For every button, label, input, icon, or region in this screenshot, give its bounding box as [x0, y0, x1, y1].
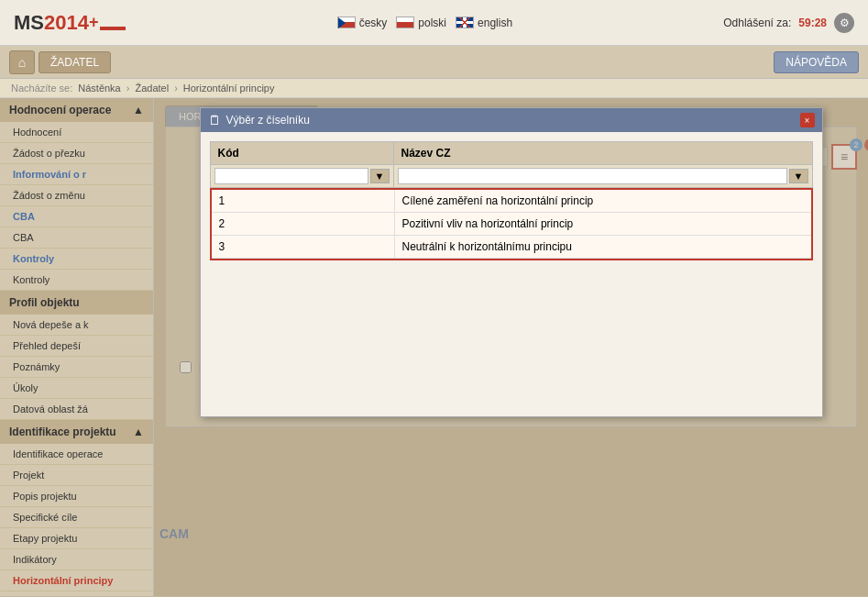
language-bar: česky polski english: [337, 17, 512, 29]
filter-nazev-button[interactable]: ▼: [789, 169, 808, 183]
modal-icon: 🗒: [208, 113, 221, 127]
table-row[interactable]: 2 Pozitivní vliv na horizontální princip: [212, 213, 811, 236]
modal-dialog: 🗒 Výběr z číselníku × Kód Název CZ: [200, 107, 823, 417]
data-table-rows: 1 Cílené zaměření na horizontální princi…: [210, 188, 813, 260]
sidebar-item-indikatory[interactable]: Indikátory: [0, 549, 153, 570]
modal-body: Kód Název CZ ▼: [201, 132, 822, 416]
modal-empty-space: [210, 260, 813, 407]
breadcrumb: Nacházíte se: Nástěnka › Žadatel › Horiz…: [0, 79, 868, 98]
sidebar-item-nova-depese[interactable]: Nová depeše a k: [0, 315, 153, 336]
sidebar-section-profil[interactable]: Profil objektu: [0, 291, 153, 315]
col-nazev: Název CZ: [393, 142, 812, 165]
filter-nazev-input[interactable]: [398, 168, 787, 184]
lang-pl[interactable]: polski: [396, 17, 446, 29]
sidebar-item-zadost-zmenu[interactable]: Žádost o změnu: [0, 185, 153, 206]
logo: MS 2014 +: [14, 11, 126, 35]
sidebar-item-hodnoceni[interactable]: Hodnocení: [0, 122, 153, 143]
filter-kod-input[interactable]: [214, 168, 368, 184]
sidebar-item-ukoly[interactable]: Úkoly: [0, 378, 153, 399]
col-kod: Kód: [210, 142, 393, 165]
flag-cz: [337, 17, 356, 28]
sidebar-item-cba-bold[interactable]: CBA: [0, 206, 153, 227]
sidebar-item-identifikace-operace[interactable]: Identifikace operace: [0, 444, 153, 465]
zadatel-button[interactable]: ŽADATEL: [38, 51, 111, 73]
lang-en[interactable]: english: [456, 17, 512, 29]
home-button[interactable]: ⌂: [9, 50, 35, 74]
timer-area: Odhlášení za: 59:28 ⚙: [723, 13, 854, 33]
modal-overlay: 🗒 Výběr z číselníku × Kód Název CZ: [154, 98, 868, 596]
main-layout: Hodnocení operace ▲ Hodnocení Žádost o p…: [0, 98, 868, 596]
sidebar-item-horizontalni-principy[interactable]: Horizontální principy: [0, 570, 153, 591]
sidebar-item-informovani[interactable]: Informování o r: [0, 164, 153, 185]
sidebar-item-prehled-depesi[interactable]: Přehled depeší: [0, 336, 153, 357]
sidebar-section-identifikace[interactable]: Identifikace projektu ▲: [0, 420, 153, 444]
modal-close-button[interactable]: ×: [800, 113, 815, 127]
lang-cs[interactable]: česky: [337, 17, 388, 29]
napoveda-button[interactable]: NÁPOVĚDA: [774, 51, 859, 73]
flag-gb: [456, 17, 474, 28]
cell-kod-2: 2: [212, 213, 395, 235]
content-area: HORIZONTÁLNÍ PRINCIPY Projekt zaměřen na…: [154, 98, 868, 596]
modal-titlebar: 🗒 Výběr z číselníku ×: [201, 108, 822, 132]
sidebar-item-specificke-cile[interactable]: Specifické cíle: [0, 507, 153, 528]
sidebar-item-kontroly-bold[interactable]: Kontroly: [0, 249, 153, 270]
modal-table: Kód Název CZ ▼: [210, 141, 813, 188]
nav-bar: ⌂ ŽADATEL NÁPOVĚDA: [0, 46, 868, 79]
filter-row: ▼ ▼: [210, 165, 812, 188]
sidebar-item-projekt[interactable]: Projekt: [0, 465, 153, 486]
cell-kod-3: 3: [212, 236, 395, 258]
sidebar-item-poznamky[interactable]: Poznámky: [0, 357, 153, 378]
sidebar-item-datova-oblast[interactable]: Datová oblast žá: [0, 399, 153, 420]
sidebar-item-zadost-prezkum[interactable]: Žádost o přezku: [0, 143, 153, 164]
sidebar-item-kontroly[interactable]: Kontroly: [0, 270, 153, 291]
settings-icon[interactable]: ⚙: [834, 13, 854, 33]
timer-value: 59:28: [798, 17, 827, 29]
cell-kod-1: 1: [212, 190, 395, 212]
sidebar-section-hodnoceni[interactable]: Hodnocení operace ▲: [0, 98, 153, 122]
modal-title: Výběr z číselníku: [226, 114, 310, 127]
timer-label: Odhlášení za:: [723, 17, 791, 29]
table-row[interactable]: 3 Neutrální k horizontálnímu principu: [212, 236, 811, 259]
cell-nazev-1: Cílené zaměření na horizontální princip: [395, 190, 811, 212]
filter-kod-button[interactable]: ▼: [370, 169, 390, 183]
sidebar: Hodnocení operace ▲ Hodnocení Žádost o p…: [0, 98, 154, 596]
sidebar-item-popis-projektu[interactable]: Popis projektu: [0, 486, 153, 507]
cell-nazev-2: Pozitivní vliv na horizontální princip: [395, 213, 811, 235]
cell-nazev-3: Neutrální k horizontálnímu principu: [395, 236, 811, 258]
flag-pl: [396, 17, 414, 28]
sidebar-item-cba[interactable]: CBA: [0, 227, 153, 249]
sidebar-item-etapy[interactable]: Etapy projektu: [0, 528, 153, 549]
top-bar: MS 2014 + česky polski english Odhlášení…: [0, 0, 868, 46]
table-row[interactable]: 1 Cílené zaměření na horizontální princi…: [212, 190, 811, 213]
table-header-row: Kód Název CZ: [210, 142, 812, 165]
